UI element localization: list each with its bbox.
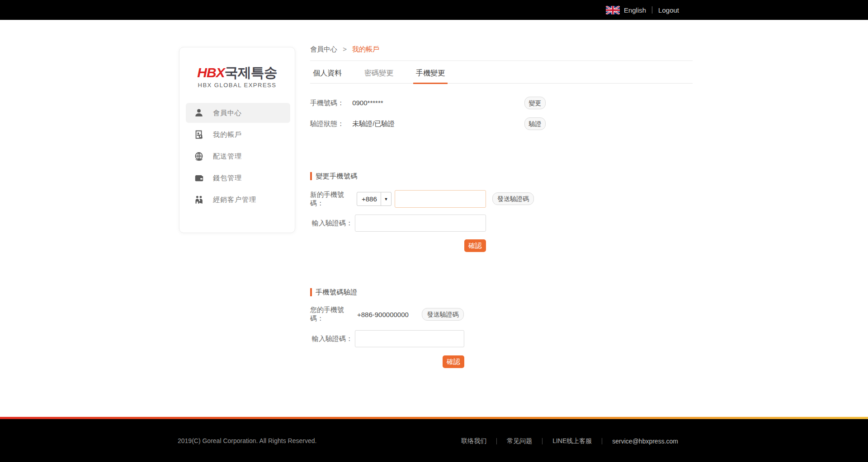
send-code-button-verify[interactable]: 發送驗證碼: [422, 308, 464, 321]
sidebar-item-label: 錢包管理: [213, 174, 242, 182]
footer-separator: [602, 438, 602, 444]
new-phone-input[interactable]: [395, 190, 486, 208]
member-icon: [194, 108, 204, 118]
distributor-icon: [194, 195, 204, 205]
verify-status-value: 未驗證/已驗證: [352, 120, 395, 127]
sidebar-item-label: 配送管理: [213, 152, 242, 161]
tab-phone-change[interactable]: 手機變更: [413, 64, 448, 83]
new-phone-row: 新的手機號碼： +886 ▼: [310, 190, 486, 208]
logo-korean-text: 국제특송: [225, 65, 277, 80]
sidebar-item-distributor[interactable]: 經銷客户管理: [186, 190, 290, 210]
footer-links: 联络我们 常见问题 LINE线上客服 service@hbxpress.com: [461, 437, 678, 445]
verify-phone-section-header: 手機號碼驗證: [310, 288, 358, 297]
footer: 2019(C) Goreal Corporation. All Rights R…: [0, 419, 868, 462]
topbar-separator: [652, 6, 652, 14]
tab-personal-info[interactable]: 個人資料: [310, 64, 344, 83]
send-code-button-change[interactable]: 發送驗證碼: [492, 192, 534, 205]
sidebar-item-member-center[interactable]: 會員中心: [186, 103, 290, 123]
breadcrumb: 會員中心 > 我的帳戶: [310, 45, 379, 54]
change-button[interactable]: 變更: [524, 97, 546, 109]
sidebar-item-label: 經銷客户管理: [213, 196, 256, 204]
content-area: 會員中心 > 我的帳戶 個人資料 密碼變更 手機變更 手機號碼： 0900***…: [310, 20, 693, 417]
confirm-button-verify[interactable]: 確認: [443, 355, 464, 368]
sidebar-item-label: 我的帳戶: [213, 131, 242, 139]
logout-link[interactable]: Logout: [658, 6, 679, 14]
verify-status-label: 驗證狀態：: [310, 120, 344, 127]
sidebar-menu: 會員中心 我的帳戶: [179, 103, 295, 210]
sidebar-item-my-account[interactable]: 我的帳戶: [186, 125, 290, 145]
code-label: 輸入驗證碼：: [310, 335, 353, 343]
footer-email[interactable]: service@hbxpress.com: [612, 438, 678, 445]
sidebar-item-delivery[interactable]: 配送管理: [186, 146, 290, 166]
logo-hbx-text: HBX: [197, 65, 224, 80]
chevron-down-icon: ▼: [381, 192, 391, 205]
code-input-row-change: 輸入驗證碼：: [310, 215, 486, 232]
country-code-value: +886: [357, 195, 381, 203]
top-bar: English Logout: [0, 0, 868, 20]
delivery-icon: [194, 151, 204, 161]
breadcrumb-separator: >: [343, 45, 347, 53]
code-input-verify[interactable]: [355, 330, 464, 347]
footer-link-contact[interactable]: 联络我们: [461, 437, 486, 445]
page: English Logout HBX국제특송 HBX GLOBAL EXPRES…: [0, 0, 868, 462]
breadcrumb-parent[interactable]: 會員中心: [310, 45, 337, 53]
verify-status-row: 驗證狀態： 未驗證/已驗證: [310, 116, 693, 132]
logo[interactable]: HBX국제특송 HBX GLOBAL EXPRESS: [179, 47, 295, 89]
section-title: 手機號碼驗證: [316, 288, 358, 297]
phone-number-label: 手機號碼：: [310, 99, 344, 107]
verify-button[interactable]: 驗證: [524, 117, 546, 130]
your-phone-label: 您的手機號碼：: [310, 306, 357, 323]
country-code-select[interactable]: +886 ▼: [357, 192, 392, 206]
uk-flag-icon: [606, 6, 620, 14]
sidebar-card: HBX국제특송 HBX GLOBAL EXPRESS 會員中心: [179, 47, 295, 233]
logo-wordmark: HBX국제특송: [179, 65, 295, 80]
your-phone-row: 您的手機號碼： +886-900000000: [310, 306, 409, 322]
logo-subtitle: HBX GLOBAL EXPRESS: [179, 82, 295, 89]
your-phone-value: +886-900000000: [357, 311, 409, 318]
section-accent-bar: [310, 288, 312, 296]
language-link[interactable]: English: [624, 6, 646, 14]
account-icon: [194, 130, 204, 140]
confirm-button-change[interactable]: 確認: [464, 239, 486, 252]
main-area: HBX국제특송 HBX GLOBAL EXPRESS 會員中心: [0, 20, 868, 417]
new-phone-label: 新的手機號碼：: [310, 191, 357, 208]
sidebar-item-wallet[interactable]: 錢包管理: [186, 168, 290, 188]
code-input-change[interactable]: [355, 215, 486, 232]
copyright-text: 2019(C) Goreal Corporation. All Rights R…: [178, 437, 316, 444]
code-label: 輸入驗證碼：: [310, 219, 353, 228]
phone-number-row: 手機號碼： 0900******: [310, 95, 693, 111]
section-title: 變更手機號碼: [316, 172, 358, 181]
footer-separator: [542, 438, 542, 444]
section-accent-bar: [310, 172, 312, 180]
wallet-icon: [194, 173, 204, 183]
change-phone-section-header: 變更手機號碼: [310, 172, 358, 181]
footer-link-faq[interactable]: 常见问题: [507, 437, 532, 445]
tab-password-change[interactable]: 密碼變更: [362, 64, 396, 83]
breadcrumb-current[interactable]: 我的帳戶: [352, 45, 379, 53]
phone-number-value: 0900******: [352, 99, 383, 107]
tab-bar: 個人資料 密碼變更 手機變更: [310, 64, 693, 84]
footer-separator: [496, 438, 497, 444]
code-input-row-verify: 輸入驗證碼：: [310, 330, 464, 347]
breadcrumb-divider: [310, 61, 693, 61]
footer-link-line-service[interactable]: LINE线上客服: [552, 437, 592, 445]
sidebar-item-label: 會員中心: [213, 109, 242, 117]
